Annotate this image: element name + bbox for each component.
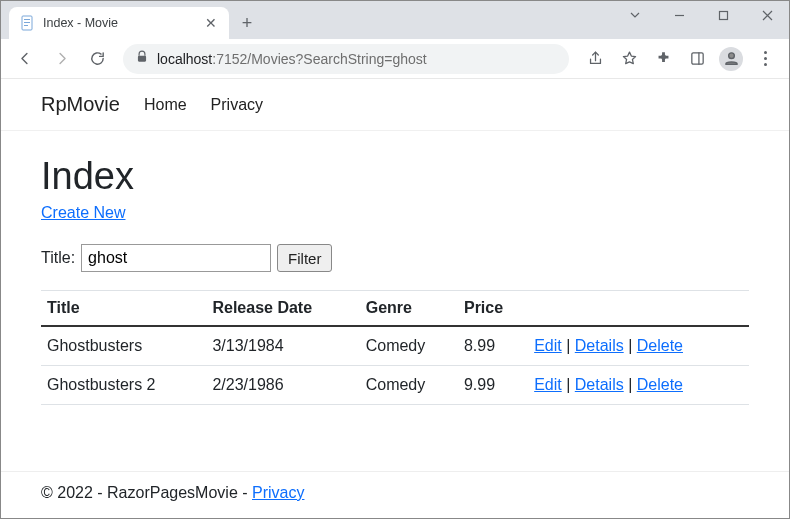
- footer-privacy-link[interactable]: Privacy: [252, 484, 304, 501]
- tab-title: Index - Movie: [43, 16, 195, 30]
- svg-rect-3: [24, 25, 28, 26]
- svg-rect-5: [138, 56, 146, 62]
- browser-titlebar: Index - Movie ✕ +: [1, 1, 789, 39]
- col-price: Price: [458, 291, 528, 327]
- nav-privacy[interactable]: Privacy: [211, 96, 263, 114]
- filter-button[interactable]: Filter: [277, 244, 332, 272]
- delete-link[interactable]: Delete: [637, 337, 683, 354]
- extensions-icon[interactable]: [647, 43, 679, 75]
- share-icon[interactable]: [579, 43, 611, 75]
- cell-genre: Comedy: [360, 366, 458, 405]
- kebab-menu-icon[interactable]: [749, 43, 781, 75]
- brand-link[interactable]: RpMovie: [41, 93, 120, 116]
- cell-release_date: 2/23/1986: [206, 366, 359, 405]
- browser-toolbar: localhost:7152/Movies?SearchString=ghost: [1, 39, 789, 79]
- cell-price: 8.99: [458, 326, 528, 366]
- cell-genre: Comedy: [360, 326, 458, 366]
- reload-button[interactable]: [81, 43, 113, 75]
- url-path: :7152/Movies?SearchString=ghost: [212, 51, 426, 67]
- svg-rect-6: [691, 53, 702, 64]
- page-viewport: RpMovie Home Privacy Index Create New Ti…: [1, 79, 789, 518]
- svg-rect-4: [719, 11, 727, 19]
- table-row: Ghostbusters 22/23/1986Comedy9.99Edit | …: [41, 366, 749, 405]
- search-form: Title: Filter: [41, 244, 749, 272]
- details-link[interactable]: Details: [575, 376, 624, 393]
- url-host: localhost: [157, 51, 212, 67]
- nav-home[interactable]: Home: [144, 96, 187, 114]
- lock-icon: [135, 50, 149, 67]
- side-panel-icon[interactable]: [681, 43, 713, 75]
- create-new-link[interactable]: Create New: [41, 204, 125, 221]
- edit-link[interactable]: Edit: [534, 337, 562, 354]
- col-actions: [528, 291, 749, 327]
- tab-close-icon[interactable]: ✕: [203, 14, 219, 32]
- delete-link[interactable]: Delete: [637, 376, 683, 393]
- window-minimize-icon[interactable]: [657, 1, 701, 29]
- bookmark-star-icon[interactable]: [613, 43, 645, 75]
- site-navbar: RpMovie Home Privacy: [1, 79, 789, 131]
- forward-button[interactable]: [45, 43, 77, 75]
- col-title: Title: [41, 291, 206, 327]
- search-label: Title:: [41, 249, 75, 267]
- details-link[interactable]: Details: [575, 337, 624, 354]
- url-text: localhost:7152/Movies?SearchString=ghost: [157, 51, 427, 67]
- edit-link[interactable]: Edit: [534, 376, 562, 393]
- search-input[interactable]: [81, 244, 271, 272]
- cell-title: Ghostbusters: [41, 326, 206, 366]
- profile-avatar[interactable]: [715, 43, 747, 75]
- address-bar[interactable]: localhost:7152/Movies?SearchString=ghost: [123, 44, 569, 74]
- site-footer: © 2022 - RazorPagesMovie - Privacy: [1, 471, 789, 518]
- page-title: Index: [41, 155, 749, 198]
- table-row: Ghostbusters3/13/1984Comedy8.99Edit | De…: [41, 326, 749, 366]
- cell-release_date: 3/13/1984: [206, 326, 359, 366]
- back-button[interactable]: [9, 43, 41, 75]
- svg-rect-1: [24, 19, 30, 20]
- window-maximize-icon[interactable]: [701, 1, 745, 29]
- svg-point-7: [728, 53, 734, 59]
- cell-price: 9.99: [458, 366, 528, 405]
- cell-title: Ghostbusters 2: [41, 366, 206, 405]
- window-close-icon[interactable]: [745, 1, 789, 29]
- movies-table: Title Release Date Genre Price Ghostbust…: [41, 290, 749, 405]
- new-tab-button[interactable]: +: [233, 9, 261, 37]
- tab-search-icon[interactable]: [613, 1, 657, 29]
- cell-actions: Edit | Details | Delete: [528, 326, 749, 366]
- browser-tab[interactable]: Index - Movie ✕: [9, 7, 229, 39]
- col-release-date: Release Date: [206, 291, 359, 327]
- page-favicon: [19, 15, 35, 31]
- col-genre: Genre: [360, 291, 458, 327]
- svg-rect-2: [24, 22, 30, 23]
- cell-actions: Edit | Details | Delete: [528, 366, 749, 405]
- footer-text: © 2022 - RazorPagesMovie -: [41, 484, 252, 501]
